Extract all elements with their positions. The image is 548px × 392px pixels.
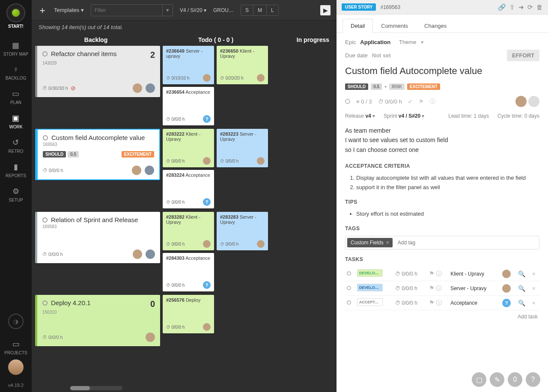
avatar[interactable] <box>146 249 155 259</box>
effort-button[interactable]: EFFORT <box>507 50 539 61</box>
nav-backlog[interactable]: ♀BACKLOG <box>3 61 28 85</box>
search-icon[interactable]: 🔍 <box>518 285 525 292</box>
avatar[interactable] <box>203 157 211 165</box>
nav-setup[interactable]: ⚙SETUP <box>3 182 28 207</box>
scroll-right-button[interactable]: ▶ <box>320 5 331 15</box>
remove-icon[interactable]: × <box>532 285 536 292</box>
filter-dropdown-icon[interactable]: ▾ <box>162 5 173 16</box>
task-type-chip[interactable]: DEVELOPM… <box>357 269 383 277</box>
fab-copy[interactable]: ▢ <box>472 372 486 387</box>
add-task-link[interactable]: Add task <box>345 310 539 323</box>
refresh-icon[interactable]: ⟳ <box>527 3 533 11</box>
board-body[interactable]: Refactor channel items2143029⏱ 0/30/30 h… <box>32 46 337 392</box>
task-card[interactable]: #283282 Klient - Upravy⏱ 0/0/0 h <box>163 212 214 250</box>
avatar[interactable] <box>133 249 142 259</box>
help-icon[interactable]: ? <box>203 198 211 206</box>
chevron-down-icon[interactable]: ▾ <box>421 39 424 45</box>
risk-badge[interactable]: RISK <box>389 83 405 90</box>
info-icon[interactable]: ⓘ <box>436 299 442 306</box>
task-card[interactable]: #283283 Server - Upravy⏱ 0/0/0 h <box>217 212 268 250</box>
info-icon[interactable]: ⓘ <box>430 98 435 105</box>
backlog-card[interactable]: Deploy 4.20.10150310⏱ 0/0/0 h <box>35 295 160 346</box>
add-tag-input[interactable] <box>396 238 537 247</box>
task-card[interactable]: #236650 Klient - Upravy⏱ 0/20/20 h <box>217 46 268 84</box>
excitement-badge[interactable]: EXCITEMENT <box>407 83 440 90</box>
flag-icon[interactable]: ⚑ <box>429 285 435 291</box>
assignee-avatar[interactable] <box>528 96 539 107</box>
info-icon[interactable]: ⓘ <box>436 285 442 291</box>
release-value[interactable]: v4 <box>365 113 371 119</box>
avatar[interactable] <box>132 166 141 175</box>
projects-nav[interactable]: ▭ PROJECTS <box>0 335 32 359</box>
flag-icon[interactable]: ⚑ <box>429 270 435 277</box>
check-icon[interactable]: ✔ <box>408 98 413 105</box>
remove-icon[interactable]: × <box>532 270 536 277</box>
size-l[interactable]: L <box>267 5 278 15</box>
collapse-icon[interactable]: ◑ <box>8 314 24 329</box>
task-card[interactable]: #284303 Acceptance⏱ 0/0/0 h? <box>163 253 214 291</box>
status-dot-icon[interactable] <box>345 99 350 104</box>
sprint-selector[interactable]: V4 / S#20 ▾ <box>180 7 206 13</box>
nav-work[interactable]: ▣WORK <box>3 109 28 134</box>
nav-retro[interactable]: ↺RETRO <box>3 134 28 158</box>
backlog-card[interactable]: Custom field Autocomplete value169563SHO… <box>35 129 160 180</box>
avatar[interactable] <box>145 166 154 175</box>
avatar[interactable] <box>502 284 511 293</box>
backlog-card[interactable]: Relation of Sprint and Release169583⏱ 0/… <box>35 212 160 263</box>
avatar[interactable] <box>146 83 155 93</box>
app-logo[interactable] <box>6 3 25 22</box>
remove-icon[interactable]: × <box>532 300 536 306</box>
status-dot-icon[interactable] <box>347 300 351 305</box>
task-card[interactable]: #283223 Server - Upravy⏱ 0/0/0 h <box>217 129 268 167</box>
filter-input[interactable] <box>91 5 162 16</box>
nav-story-map[interactable]: ▦STORY MAP <box>3 36 28 61</box>
backlog-card[interactable]: Refactor channel items2143029⏱ 0/30/30 h… <box>35 46 160 97</box>
status-dot-icon[interactable] <box>43 135 48 140</box>
status-dot-icon[interactable] <box>42 217 48 223</box>
status-dot-icon[interactable] <box>347 271 351 276</box>
acceptance-list[interactable]: Display autocomplete list with all value… <box>345 173 539 192</box>
avatar[interactable] <box>203 240 211 248</box>
info-icon[interactable]: ⓘ <box>436 270 442 277</box>
task-card[interactable]: #283224 Acceptance⏱ 0/0/0 h? <box>163 170 214 208</box>
move-icon[interactable]: ➜ <box>518 3 524 11</box>
tags-field[interactable]: Custom Fields× <box>345 236 539 249</box>
fab-count[interactable]: 0 <box>508 372 522 387</box>
help-icon[interactable]: ? <box>203 281 211 289</box>
group-selector[interactable]: GROU… <box>213 7 234 13</box>
tag-chip[interactable]: Custom Fields× <box>347 238 393 247</box>
size-s[interactable]: S <box>241 5 253 15</box>
avatar[interactable] <box>146 333 155 342</box>
points-badge[interactable]: 0.5 <box>371 83 382 90</box>
remove-tag-icon[interactable]: × <box>386 240 389 246</box>
help-icon[interactable]: ? <box>203 115 211 123</box>
horizontal-scrollbar[interactable] <box>70 386 122 390</box>
current-user-avatar[interactable] <box>8 359 24 375</box>
description[interactable]: As team member I want to see values set … <box>345 126 539 154</box>
avatar[interactable] <box>203 323 211 331</box>
story-title[interactable]: Custom field Autocomplete value <box>345 65 539 77</box>
avatar[interactable] <box>257 240 265 248</box>
search-icon[interactable]: 🔍 <box>518 300 525 306</box>
task-row[interactable]: DEVELOPM…⏱ 0/0/0 h⚑ ⓘServer - Upravy🔍× <box>345 281 539 296</box>
avatar[interactable] <box>203 74 211 82</box>
theme-label[interactable]: Theme <box>399 39 416 45</box>
flag-icon[interactable]: ⚑ <box>429 299 435 306</box>
avatar[interactable] <box>257 74 265 82</box>
task-row[interactable]: ACCEPTAN…⏱ 0/0/0 h⚑ ⓘAcceptance?🔍× <box>345 296 539 310</box>
task-card[interactable]: #283222 Klient - Upravy⏱ 0/0/0 h <box>163 129 214 167</box>
delete-icon[interactable]: 🗑 <box>536 3 543 11</box>
help-icon[interactable]: ? <box>502 299 511 307</box>
due-date-value[interactable]: Not set <box>372 52 391 59</box>
add-button[interactable]: ＋ <box>38 4 47 17</box>
search-icon[interactable]: 🔍 <box>518 270 525 277</box>
priority-badge[interactable]: SHOULD <box>345 83 368 90</box>
fab-edit[interactable]: ✎ <box>490 372 504 387</box>
status-dot-icon[interactable] <box>347 286 351 290</box>
fab-help[interactable]: ? <box>526 372 540 387</box>
nav-reports[interactable]: ▮REPORTS <box>3 158 28 182</box>
owner-avatar[interactable] <box>515 96 527 107</box>
flag-icon[interactable]: ⚑ <box>419 98 424 105</box>
link-icon[interactable]: 🔗 <box>498 3 506 11</box>
avatar[interactable] <box>502 270 511 278</box>
